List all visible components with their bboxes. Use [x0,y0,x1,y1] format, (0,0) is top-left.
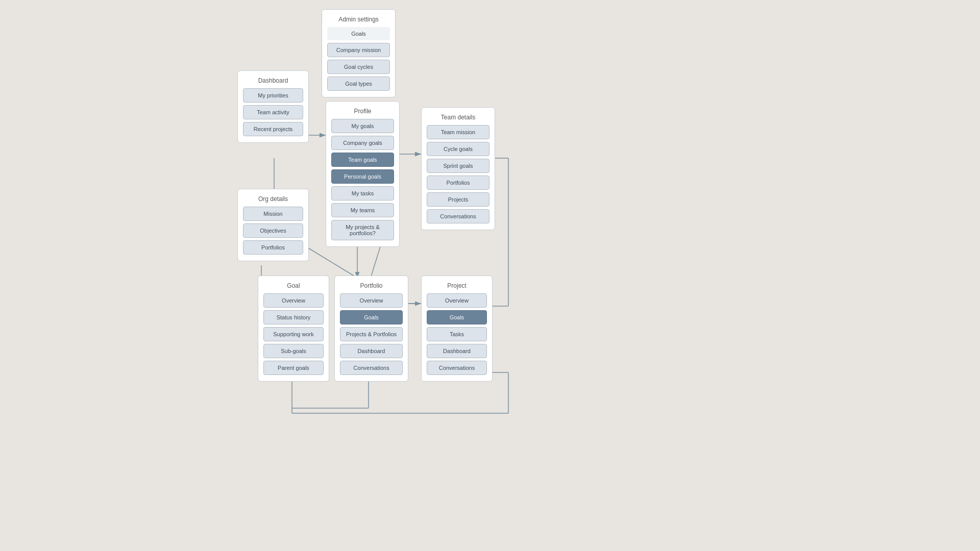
goal-overview[interactable]: Overview [263,293,324,308]
goal-title: Goal [263,282,324,289]
conversations-team[interactable]: Conversations [427,209,489,223]
profile-my-teams[interactable]: My teams [331,203,394,217]
admin-company-mission[interactable]: Company mission [327,43,390,57]
org-details-card: Org details Mission Objectives Portfolio… [237,189,309,261]
project-conversations[interactable]: Conversations [427,361,487,375]
portfolios-team[interactable]: Portfolios [427,176,489,190]
goal-sub-goals[interactable]: Sub-goals [263,344,324,358]
team-mission[interactable]: Team mission [427,125,489,139]
project-tasks[interactable]: Tasks [427,327,487,341]
project-goals[interactable]: Goals [427,310,487,324]
diagram-container: Admin settings Goals Company mission Goa… [0,0,980,551]
org-mission[interactable]: Mission [243,207,303,221]
team-details-card: Team details Team mission Cycle goals Sp… [421,107,495,230]
goal-status-history[interactable]: Status history [263,310,324,324]
profile-my-goals[interactable]: My goals [331,119,394,133]
admin-settings-card: Admin settings Goals Company mission Goa… [322,9,396,97]
org-objectives[interactable]: Objectives [243,223,303,238]
profile-my-tasks[interactable]: My tasks [331,186,394,201]
portfolio-projects-portfolios[interactable]: Projects & Portfolios [340,327,403,341]
projects-team[interactable]: Projects [427,192,489,207]
project-card: Project Overview Goals Tasks Dashboard C… [421,276,493,382]
portfolio-goals[interactable]: Goals [340,310,403,324]
admin-goal-types[interactable]: Goal types [327,77,390,91]
project-title: Project [427,282,487,289]
cycle-goals[interactable]: Cycle goals [427,142,489,156]
profile-card: Profile My goals Company goals Team goal… [326,101,400,247]
org-portfolios[interactable]: Portfolios [243,240,303,255]
dashboard-title: Dashboard [243,77,303,84]
admin-settings-title: Admin settings [327,16,390,23]
portfolio-conversations[interactable]: Conversations [340,361,403,375]
profile-company-goals[interactable]: Company goals [331,136,394,150]
portfolio-card: Portfolio Overview Goals Projects & Port… [334,276,408,382]
portfolio-overview[interactable]: Overview [340,293,403,308]
team-details-title: Team details [427,114,489,121]
profile-personal-goals[interactable]: Personal goals [331,169,394,184]
dashboard-card: Dashboard My priorities Team activity Re… [237,70,309,143]
profile-title: Profile [331,108,394,115]
sprint-goals[interactable]: Sprint goals [427,159,489,173]
goal-parent-goals[interactable]: Parent goals [263,361,324,375]
dashboard-my-priorities[interactable]: My priorities [243,88,303,103]
portfolio-title: Portfolio [340,282,403,289]
project-overview[interactable]: Overview [427,293,487,308]
dashboard-team-activity[interactable]: Team activity [243,105,303,119]
dashboard-recent-projects[interactable]: Recent projects [243,122,303,136]
portfolio-dashboard[interactable]: Dashboard [340,344,403,358]
admin-goal-cycles[interactable]: Goal cycles [327,60,390,74]
project-dashboard[interactable]: Dashboard [427,344,487,358]
profile-team-goals[interactable]: Team goals [331,153,394,167]
goal-supporting-work[interactable]: Supporting work [263,327,324,341]
admin-goals-label[interactable]: Goals [327,27,390,40]
profile-my-projects[interactable]: My projects & portfolios? [331,220,394,240]
goal-card: Goal Overview Status history Supporting … [258,276,329,382]
org-details-title: Org details [243,195,303,203]
